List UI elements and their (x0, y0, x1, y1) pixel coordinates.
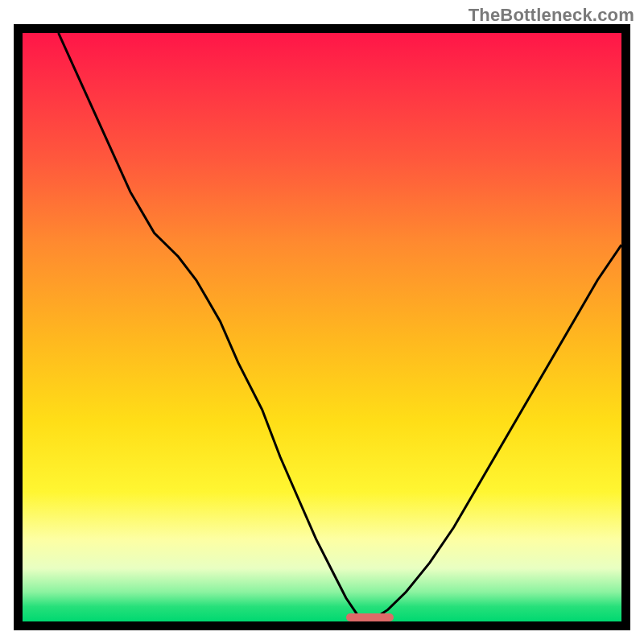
chart-stage: TheBottleneck.com (0, 0, 644, 644)
left-curve (59, 33, 370, 621)
curve-layer (23, 33, 621, 621)
plot-area (23, 33, 621, 621)
minimum-marker (346, 613, 394, 621)
watermark-text: TheBottleneck.com (469, 5, 634, 26)
plot-frame (14, 24, 630, 630)
right-curve (370, 245, 622, 621)
